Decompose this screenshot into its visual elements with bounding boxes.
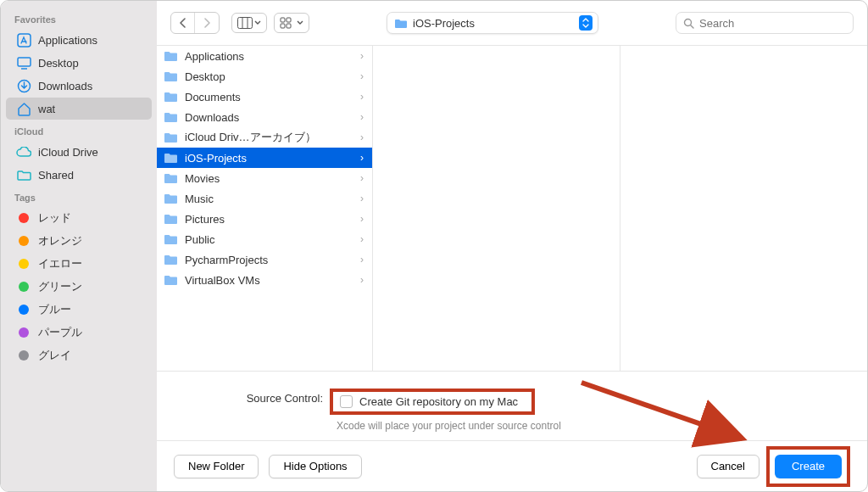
column-3[interactable] [620, 46, 867, 371]
item-label: Public [185, 233, 360, 246]
folder-icon [164, 70, 178, 82]
cancel-button[interactable]: Cancel [697, 455, 760, 478]
svg-rect-8 [287, 18, 291, 22]
sidebar-section-header: Favorites [1, 11, 157, 28]
sidebar-section-header: Tags [1, 189, 157, 206]
sidebar-item-オレンジ[interactable]: オレンジ [6, 230, 152, 252]
item-label: Music [185, 193, 360, 205]
list-item[interactable]: Movies› [157, 168, 372, 188]
footer: New Folder Hide Options Cancel Create [157, 440, 867, 491]
updown-icon [579, 15, 593, 31]
hide-options-button[interactable]: Hide Options [269, 455, 361, 478]
search-input[interactable] [699, 17, 846, 30]
folder-icon [164, 233, 178, 245]
sidebar: FavoritesApplicationsDesktopDownloadswat… [1, 1, 157, 491]
sidebar-item-グレイ[interactable]: グレイ [6, 344, 152, 366]
sidebar-item-パープル[interactable]: パープル [6, 321, 152, 344]
chevron-right-icon: › [360, 131, 364, 143]
column-2[interactable] [373, 46, 620, 371]
annotation-box-git: Create Git repository on my Mac [330, 389, 535, 415]
sidebar-item-label: Shared [38, 169, 74, 182]
list-item[interactable]: Public› [157, 229, 372, 249]
list-item[interactable]: iCloud Driv…アーカイブ）› [157, 127, 372, 148]
sidebar-item-applications[interactable]: Applications [6, 29, 152, 51]
sidebar-item-label: パープル [38, 325, 82, 340]
tag-dot-icon [16, 210, 31, 226]
new-folder-button[interactable]: New Folder [174, 455, 259, 478]
chevron-right-icon: › [360, 213, 364, 225]
options-panel: Source Control: Create Git repository on… [157, 371, 867, 440]
item-label: Pictures [185, 213, 360, 226]
sidebar-item-shared[interactable]: Shared [6, 164, 152, 186]
app-icon [16, 32, 31, 48]
svg-rect-9 [281, 24, 285, 28]
sidebar-item-desktop[interactable]: Desktop [6, 52, 152, 74]
chevron-right-icon: › [360, 193, 364, 204]
folder-icon [164, 91, 178, 103]
list-item[interactable]: Applications› [157, 46, 372, 66]
back-button[interactable] [171, 13, 195, 33]
folder-icon [164, 254, 178, 266]
column-1[interactable]: Applications›Desktop›Documents›Downloads… [157, 46, 373, 371]
view-group-button[interactable] [274, 13, 309, 33]
tag-dot-icon [16, 348, 31, 363]
save-dialog: FavoritesApplicationsDesktopDownloadswat… [0, 0, 868, 492]
downloads-icon [16, 78, 31, 93]
item-label: Documents [185, 91, 360, 103]
sidebar-item-label: イエロー [38, 256, 82, 271]
svg-rect-1 [18, 58, 31, 66]
nav-buttons [170, 12, 220, 34]
cloud-icon [16, 144, 31, 159]
chevron-right-icon: › [360, 274, 364, 286]
sidebar-item-レッド[interactable]: レッド [6, 207, 152, 229]
folder-icon [164, 193, 178, 204]
sidebar-item-label: Downloads [38, 80, 92, 92]
list-item[interactable]: Documents› [157, 87, 372, 107]
item-label: PycharmProjects [185, 254, 360, 266]
list-item[interactable]: Pictures› [157, 209, 372, 229]
git-checkbox-label: Create Git repository on my Mac [359, 395, 518, 408]
item-label: Downloads [185, 111, 360, 124]
sidebar-item-label: iCloud Drive [38, 146, 98, 159]
view-columns-button[interactable] [231, 13, 267, 33]
view-switcher [231, 13, 309, 33]
chevron-right-icon: › [360, 152, 364, 164]
list-item[interactable]: Desktop› [157, 66, 372, 87]
desktop-icon [16, 55, 31, 70]
list-item[interactable]: Downloads› [157, 107, 372, 127]
sidebar-item-label: グリーン [38, 279, 82, 294]
item-label: Applications [185, 50, 360, 63]
search-field[interactable] [676, 12, 854, 34]
item-label: Movies [185, 172, 360, 185]
list-item[interactable]: iOS-Projects› [157, 148, 372, 168]
sidebar-item-wat[interactable]: wat [6, 98, 152, 120]
chevron-right-icon: › [360, 172, 364, 184]
column-browser: Applications›Desktop›Documents›Downloads… [157, 45, 867, 371]
location-popup[interactable]: iOS-Projects [387, 12, 598, 34]
tag-dot-icon [16, 233, 31, 249]
sidebar-section-header: iCloud [1, 123, 157, 140]
chevron-right-icon: › [360, 111, 364, 123]
sidebar-item-icloud-drive[interactable]: iCloud Drive [6, 141, 152, 163]
list-item[interactable]: VirtualBox VMs› [157, 270, 372, 290]
folder-icon [164, 172, 178, 184]
list-item[interactable]: Music› [157, 188, 372, 209]
folder-icon [164, 131, 178, 143]
toolbar: iOS-Projects [157, 1, 867, 45]
home-icon [16, 101, 31, 116]
sidebar-item-ブルー[interactable]: ブルー [6, 299, 152, 321]
annotation-box-create: Create [766, 446, 850, 487]
git-checkbox[interactable] [340, 395, 353, 408]
sidebar-item-downloads[interactable]: Downloads [6, 75, 152, 97]
create-button[interactable]: Create [775, 455, 842, 478]
sidebar-item-グリーン[interactable]: グリーン [6, 276, 152, 298]
chevron-right-icon: › [360, 254, 364, 266]
forward-button[interactable] [195, 13, 219, 33]
sidebar-item-label: オレンジ [38, 233, 82, 249]
source-control-hint: Xcode will place your project under sour… [337, 420, 854, 432]
list-item[interactable]: PycharmProjects› [157, 249, 372, 270]
folder-icon [164, 152, 178, 164]
tag-dot-icon [16, 279, 31, 294]
item-label: iCloud Driv…アーカイブ） [185, 130, 360, 145]
sidebar-item-イエロー[interactable]: イエロー [6, 253, 152, 275]
